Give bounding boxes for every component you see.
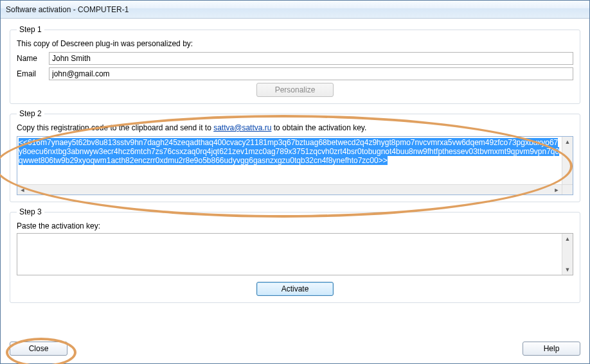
step3-legend: Step 3 (17, 207, 44, 216)
step3-group: Step 3 Paste the activation key: ▲ ▼ Act… (10, 207, 580, 303)
titlebar[interactable]: Software activation - COMPUTER-1 (1, 1, 589, 19)
help-button[interactable]: Help (523, 342, 580, 356)
support-email-link[interactable]: sattva@sattva.ru (213, 123, 271, 132)
scroll-down-icon[interactable]: ▼ (562, 264, 573, 275)
scroll-right-icon[interactable]: ► (551, 186, 562, 195)
scroll-left-icon[interactable]: ◄ (17, 186, 28, 195)
step2-legend: Step 2 (17, 109, 44, 118)
step2-description: Copy this registration code to the clipb… (17, 123, 573, 132)
activation-key-box[interactable]: ▲ ▼ (17, 233, 573, 275)
registration-code-box[interactable]: <<616m7ynaey5t62bv8u813sstv9hn7dagh245ze… (17, 136, 573, 195)
step2-desc-post: to obtain the activation key. (271, 123, 366, 132)
step1-legend: Step 1 (17, 25, 44, 34)
step2-desc-pre: Copy this registration code to the clipb… (17, 123, 213, 132)
name-label: Name (17, 54, 49, 63)
email-label: Email (17, 69, 49, 78)
step1-group: Step 1 This copy of Descreen plug-in was… (10, 25, 580, 104)
scroll-up-icon[interactable]: ▲ (562, 137, 573, 147)
vertical-scrollbar[interactable]: ▲ (562, 137, 573, 184)
name-field[interactable] (49, 52, 573, 65)
client-area: Step 1 This copy of Descreen plug-in was… (1, 19, 589, 363)
close-button[interactable]: Close (10, 342, 67, 356)
activation-window: Software activation - COMPUTER-1 Step 1 … (0, 0, 590, 364)
registration-code-text: <<616m7ynaey5t62bv8u813sstv9hn7dagh245ze… (19, 138, 559, 165)
email-field[interactable] (49, 67, 573, 80)
bottom-button-bar: Close Help (10, 342, 580, 356)
vertical-scrollbar[interactable]: ▲ ▼ (562, 234, 573, 275)
scroll-corner (562, 184, 573, 195)
horizontal-scrollbar[interactable]: ◄ ► (17, 184, 562, 195)
personalize-button[interactable]: Personalize (256, 83, 334, 97)
activate-button[interactable]: Activate (256, 282, 334, 296)
step1-description: This copy of Descreen plug-in was person… (17, 39, 573, 48)
step3-description: Paste the activation key: (17, 221, 573, 230)
step2-group: Step 2 Copy this registration code to th… (10, 109, 580, 202)
window-title: Software activation - COMPUTER-1 (6, 5, 129, 14)
scroll-up-icon[interactable]: ▲ (562, 234, 573, 244)
